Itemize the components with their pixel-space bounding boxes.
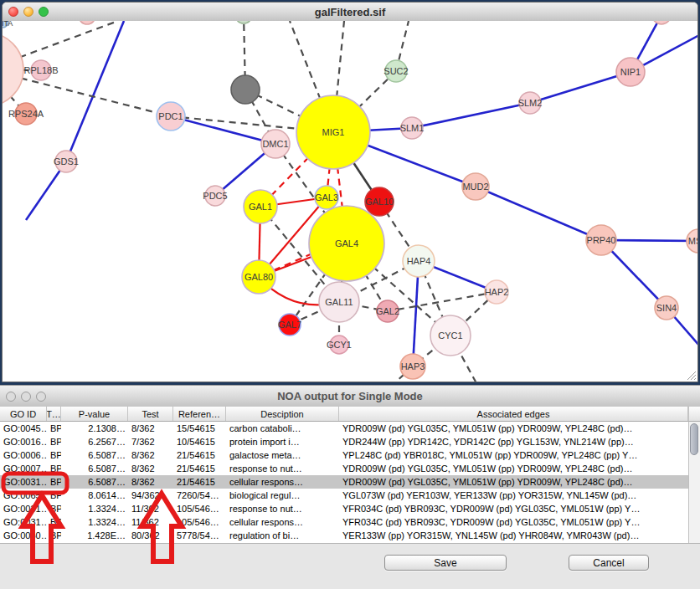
- table-row[interactable]: GO:0031…BP1.3324…11/362105/546…response …: [0, 502, 688, 515]
- cell: BP: [47, 435, 61, 448]
- table-header-corner: [688, 407, 700, 422]
- node-label-msn: MSN: [688, 236, 698, 246]
- resize-grip[interactable]: [686, 370, 696, 380]
- node-label-hap4: HAP4: [407, 256, 431, 266]
- node-label-pdc5: PDC5: [203, 191, 227, 201]
- cell: cellular respons…: [226, 515, 339, 529]
- edge-blue[interactable]: [412, 103, 530, 128]
- cell: 8/362: [128, 462, 173, 475]
- cell: GO:0031…: [0, 515, 47, 529]
- noa-window-titlebar[interactable]: NOA output for Single Mode: [0, 386, 700, 407]
- cell: protein import i…: [226, 435, 339, 448]
- node-label-gal3: GAL3: [315, 192, 338, 202]
- cell: 15/54615: [173, 422, 226, 435]
- column-header-referen[interactable]: Referen…: [173, 407, 226, 421]
- node-cuttr[interactable]: [652, 21, 671, 24]
- cell: 8/362: [128, 475, 173, 489]
- table-row[interactable]: GO:0007…BP6.5087…8/36221/54615response t…: [0, 462, 688, 475]
- cell: BP: [47, 422, 61, 435]
- node-label-pdc1: PDC1: [158, 111, 183, 121]
- cell: 8.0614…: [61, 489, 128, 502]
- cell: 1.428E…: [61, 529, 128, 542]
- cell: cellular respons…: [226, 475, 339, 489]
- cell: 6.2567…: [61, 435, 128, 448]
- cell: YDR009W (pd) YGL035C, YML051W (pp) YDR00…: [339, 462, 688, 475]
- cell: GO:0065…: [0, 489, 47, 502]
- vertical-scrollbar[interactable]: [688, 422, 700, 543]
- column-header-associated-edges[interactable]: Associated edges: [339, 407, 688, 421]
- node-label-gds1: GDS1: [54, 156, 79, 166]
- edge-blue[interactable]: [66, 21, 124, 161]
- column-header-goid[interactable]: GO ID: [0, 407, 47, 421]
- cell: 6.5087…: [61, 448, 128, 462]
- cell: 80/362: [128, 529, 173, 542]
- cell: YPL248C (pd) YBR018C, YML051W (pp) YDR00…: [339, 448, 688, 462]
- table-row[interactable]: GO:0031…BP1.3324…11/362105/546…cellular …: [0, 515, 688, 529]
- partial-node-label: ITA: [3, 21, 13, 28]
- cell: BP: [47, 515, 61, 529]
- table-row[interactable]: GO:0065…BP8.0614…94/3627260/54…biologica…: [0, 489, 688, 502]
- table-row[interactable]: GO:0006…BP6.5087…8/36221/54615galactose …: [0, 448, 688, 462]
- cell: 105/546…: [173, 502, 226, 515]
- cell: YDR244W (pp) YDR142C, YDR142C (pp) YGL15…: [339, 435, 688, 448]
- network-canvas[interactable]: RPL18BRPS24AGDS1PDC1DMC1MIG1SUC2SLM1SLM2…: [3, 21, 698, 382]
- scrollbar-thumb[interactable]: [690, 423, 698, 455]
- cell: GO:0045…: [0, 422, 47, 435]
- node-cutmid[interactable]: [235, 21, 252, 23]
- cell: GO:0050…: [0, 529, 47, 542]
- node-label-gal1: GAL1: [249, 202, 272, 212]
- node-label-slm2: SLM2: [518, 98, 543, 108]
- edge-blue[interactable]: [476, 187, 601, 240]
- cell: GO:0016…: [0, 435, 47, 448]
- cell: 11/362: [128, 515, 173, 529]
- edge-dashed[interactable]: [388, 292, 497, 311]
- node-bigleft[interactable]: [3, 33, 23, 106]
- column-header-desciption[interactable]: Desciption: [226, 407, 339, 421]
- cancel-button[interactable]: Cancel: [569, 555, 649, 571]
- node-label-gal10: GAL10: [365, 197, 394, 207]
- window-footer: Save Cancel: [0, 543, 700, 589]
- node-label-nip1: NIP1: [620, 67, 641, 77]
- node-label-cyc1: CYC1: [438, 330, 462, 341]
- network-window-title: galFiltered.sif: [3, 3, 697, 21]
- cell: YDR009W (pd) YGL035C, YML051W (pp) YDR00…: [339, 475, 688, 489]
- edge-blue[interactable]: [171, 116, 275, 144]
- table-row[interactable]: GO:0050…BP1.428E…80/3625778/54…regulatio…: [0, 529, 688, 542]
- node-cuttl[interactable]: [79, 21, 95, 24]
- table-header: GO IDT…P-valueTestReferen…DesciptionAsso…: [0, 407, 688, 422]
- network-graph[interactable]: RPL18BRPS24AGDS1PDC1DMC1MIG1SUC2SLM1SLM2…: [3, 21, 698, 382]
- edge-blue[interactable]: [530, 72, 631, 103]
- save-button[interactable]: Save: [384, 555, 507, 571]
- column-header-t[interactable]: T…: [47, 407, 61, 421]
- cell: YFR034C (pd) YBR093C, YDR009W (pd) YGL03…: [339, 502, 688, 515]
- table-row[interactable]: GO:0016…BP6.2567…7/36210/54615protein im…: [0, 435, 688, 448]
- cell: 21/54615: [173, 448, 226, 462]
- cell: GO:0007…: [0, 462, 47, 475]
- node-label-dmc1: DMC1: [262, 139, 288, 149]
- node-label-prp40: PRP40: [587, 235, 616, 245]
- network-window-titlebar[interactable]: galFiltered.sif: [3, 3, 697, 22]
- cell: BP: [47, 529, 61, 542]
- node-label-sin4: SIN4: [656, 303, 677, 313]
- cell: 8/362: [128, 448, 173, 462]
- cell: GO:0031…: [0, 475, 47, 489]
- cell: response to nut…: [226, 502, 339, 515]
- cell: BP: [47, 502, 61, 515]
- column-header-pvalue[interactable]: P-value: [61, 407, 128, 421]
- cell: biological regul…: [226, 489, 339, 502]
- results-table: GO:0045…BP2.1308…8/36215/54615carbon cat…: [0, 422, 688, 543]
- node-label-slm1: SLM1: [400, 123, 425, 133]
- cell: 6.5087…: [61, 462, 128, 475]
- cell: BP: [47, 489, 61, 502]
- cell: YGL073W (pd) YER103W, YER133W (pp) YOR31…: [339, 489, 688, 502]
- cell: 6.5087…: [61, 475, 128, 489]
- cell: 5778/54…: [173, 529, 226, 542]
- cell: BP: [47, 475, 61, 489]
- node-label-gal11: GAL11: [325, 297, 353, 307]
- cell: regulation of bi…: [226, 529, 339, 542]
- table-row[interactable]: GO:0045…BP2.1308…8/36215/54615carbon cat…: [0, 422, 688, 435]
- node-gray[interactable]: [231, 75, 260, 104]
- node-label-gal4: GAL4: [335, 238, 358, 248]
- table-row[interactable]: GO:0031…BP6.5087…8/36221/54615cellular r…: [0, 475, 688, 489]
- column-header-test[interactable]: Test: [128, 407, 173, 421]
